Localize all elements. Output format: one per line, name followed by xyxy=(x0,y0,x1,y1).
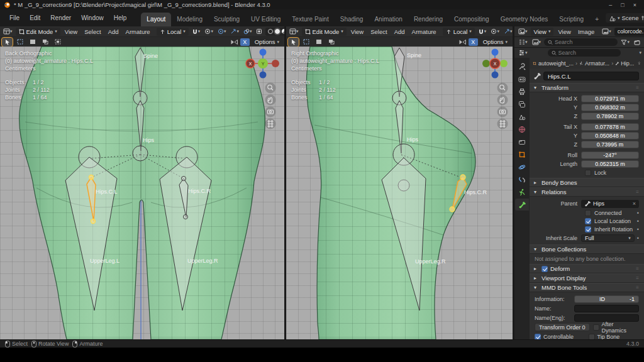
viewport-menu-armature[interactable]: Armature xyxy=(409,27,439,36)
tab-view-layer[interactable] xyxy=(515,98,529,110)
panel-drag-icon[interactable]: ≡ xyxy=(636,85,640,90)
panel-drag-icon[interactable]: ≡ xyxy=(636,275,640,281)
viewport-menu-armature[interactable]: Armature xyxy=(123,27,153,36)
tab-object[interactable] xyxy=(515,148,529,160)
pivot-point-icon[interactable]: ▾ xyxy=(216,28,228,36)
proportional-edit-icon[interactable]: ▾ xyxy=(489,28,501,36)
menu-file[interactable]: File xyxy=(5,13,24,23)
select-circle-tool-button[interactable] xyxy=(313,38,324,47)
controllable-checkbox[interactable] xyxy=(535,334,541,340)
tab-tool[interactable] xyxy=(515,60,529,72)
panel-bone-collections-header[interactable]: ▾ Bone Collections xyxy=(530,244,644,254)
panel-viewport-display-header[interactable]: ▸ Viewport Display ≡ xyxy=(530,273,644,283)
transform-order-button[interactable]: Transform Order 0 xyxy=(535,323,590,331)
outliner-display-mode-icon[interactable]: ▾ xyxy=(531,38,543,47)
axis-y-neg-handle[interactable] xyxy=(482,60,490,67)
tab-constraints[interactable] xyxy=(515,173,529,185)
tab-physics[interactable] xyxy=(515,161,529,173)
tail-y-field[interactable]: 0.050848 m xyxy=(581,132,639,140)
solid-shading-icon[interactable] xyxy=(275,29,280,34)
menu-edit[interactable]: Edit xyxy=(25,13,45,23)
viewport-menu-select[interactable]: Select xyxy=(368,27,389,36)
lock-checkbox[interactable] xyxy=(585,170,591,176)
filter-icon[interactable]: ▾ xyxy=(619,38,631,47)
zoom-button[interactable] xyxy=(265,83,276,94)
snap-magnet-icon[interactable]: ▾ xyxy=(477,28,488,36)
bone-id-field[interactable]: ID -1 xyxy=(574,295,639,303)
browse-image-icon[interactable]: ▾ xyxy=(601,28,613,36)
panel-transform-header[interactable]: ▾ Transform ≡ xyxy=(530,83,644,92)
image-editor-icon[interactable]: ▾ xyxy=(517,28,529,36)
panel-bendy-bones-header[interactable]: ▸ Bendy Bones xyxy=(530,178,644,187)
menu-help[interactable]: Help xyxy=(109,13,131,23)
tweak-tool-button[interactable] xyxy=(2,38,13,47)
parent-field[interactable]: Hips × xyxy=(581,200,639,208)
tab-layout[interactable]: Layout xyxy=(141,13,171,26)
editor-type-icon[interactable]: ▾ xyxy=(2,28,14,36)
tab-geometry-nodes[interactable]: Geometry Nodes xyxy=(495,13,554,26)
tab-rendering[interactable]: Rendering xyxy=(408,13,448,26)
inherit-scale-dropdown[interactable]: Full ▾ xyxy=(581,234,635,242)
gizmos-toggle-icon[interactable]: ▾ xyxy=(502,28,513,36)
breadcrumb-armature[interactable]: Armatur... xyxy=(585,60,609,67)
add-workspace-button[interactable]: + xyxy=(589,13,604,26)
tab-armature-data[interactable] xyxy=(515,186,529,198)
viewport1-canvas[interactable]: Spine Hips Hips.C.L Hips.C.R UpperLeg.L … xyxy=(0,47,284,339)
options-dropdown[interactable]: Options ▾ xyxy=(252,38,282,46)
transform-orientation-dropdown[interactable]: Local ▾ xyxy=(443,28,475,36)
animate-dot-icon[interactable]: • xyxy=(637,226,639,233)
image-mode-dropdown[interactable]: View ▾ xyxy=(531,28,554,36)
camera-view-button[interactable] xyxy=(265,107,276,118)
inherit-rotation-checkbox[interactable] xyxy=(585,226,591,233)
select-circle-tool-button[interactable] xyxy=(27,38,38,47)
roll-field[interactable]: -247° xyxy=(581,151,639,159)
axis-x-neg-handle[interactable] xyxy=(272,60,279,67)
local-location-checkbox[interactable] xyxy=(585,218,591,224)
animate-dot-icon[interactable]: • xyxy=(637,235,639,241)
panel-deform-header[interactable]: ▸ Deform ≡ xyxy=(530,264,644,273)
gizmos-toggle-icon[interactable]: ▾ xyxy=(229,28,240,36)
tab-scene[interactable] xyxy=(515,111,529,123)
properties-options-icon[interactable]: ▾ xyxy=(639,50,641,55)
panel-drag-icon[interactable]: ≡ xyxy=(636,266,640,272)
pan-button[interactable] xyxy=(265,95,276,106)
axis-y-handle[interactable] xyxy=(500,60,508,67)
tab-uv-editing[interactable]: UV Editing xyxy=(245,13,286,26)
tab-world[interactable] xyxy=(515,123,529,135)
snap-magnet-icon[interactable]: ▾ xyxy=(191,28,202,36)
animate-dot-icon[interactable]: • xyxy=(637,210,639,216)
outliner-editor-icon[interactable]: ▾ xyxy=(517,38,529,47)
image-menu-view[interactable]: View xyxy=(555,27,573,36)
zoom-button[interactable] xyxy=(497,83,508,94)
tab-output[interactable] xyxy=(515,85,529,97)
overlays-toggle-icon[interactable]: ▾ xyxy=(242,28,253,36)
minimize-icon[interactable]: – xyxy=(609,2,612,8)
select-box-tool-button[interactable] xyxy=(301,38,311,47)
new-collection-icon[interactable] xyxy=(633,38,641,47)
x-mirror-toggle[interactable]: X xyxy=(240,38,250,46)
menu-render[interactable]: Render xyxy=(46,13,75,23)
outliner-search-input[interactable] xyxy=(555,39,614,45)
viewport-menu-add[interactable]: Add xyxy=(392,27,408,36)
animate-dot-icon[interactable]: • xyxy=(637,218,639,224)
viewport2-canvas[interactable]: Spine Hips Hips.C.R UpperLeg.R xyxy=(286,47,513,339)
bone-name-field[interactable]: Hips.C.L xyxy=(543,72,639,80)
image-name-field[interactable]: colorcode.png × xyxy=(614,28,644,36)
viewport-menu-view[interactable]: View xyxy=(62,27,80,36)
maximize-icon[interactable]: □ xyxy=(621,2,624,8)
breadcrumb-object[interactable]: autoweight_... xyxy=(538,60,574,67)
head-x-field[interactable]: 0.072971 m xyxy=(581,95,639,102)
tail-z-field[interactable]: 0.73995 m xyxy=(581,141,639,148)
viewport-menu-view[interactable]: View xyxy=(348,27,366,36)
tail-x-field[interactable]: 0.077878 m xyxy=(581,123,639,131)
breadcrumb-bone[interactable]: Hip... xyxy=(621,60,634,67)
menu-window[interactable]: Window xyxy=(77,13,108,23)
mmd-name-input[interactable] xyxy=(574,305,639,312)
pan-button[interactable] xyxy=(497,95,508,106)
x-mirror-toggle[interactable]: X xyxy=(469,38,478,46)
panel-relations-header[interactable]: ▾ Relations ≡ xyxy=(530,187,644,197)
options-dropdown[interactable]: Options ▾ xyxy=(480,38,511,46)
deform-checkbox[interactable] xyxy=(541,266,548,272)
axis-z-handle[interactable] xyxy=(492,49,499,56)
panel-drag-icon[interactable]: ≡ xyxy=(636,285,640,290)
